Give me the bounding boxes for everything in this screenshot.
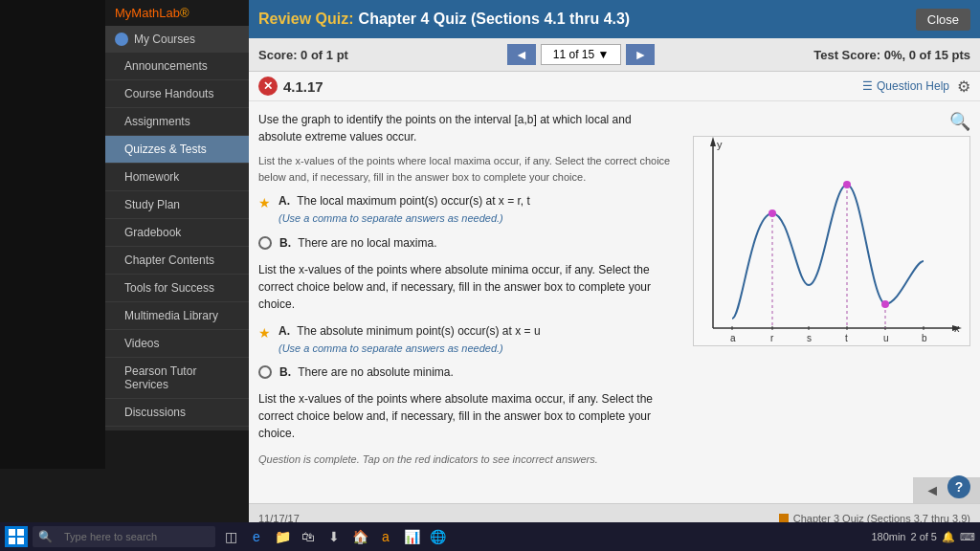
question-description: Use the graph to identify the points on … bbox=[258, 111, 674, 145]
svg-rect-27 bbox=[17, 538, 24, 544]
sidebar-item-pearson-tutor[interactable]: Pearson Tutor Services bbox=[105, 358, 249, 399]
logo-text: MyMathLab bbox=[115, 6, 180, 20]
taskbar-search-input[interactable] bbox=[56, 528, 210, 545]
question-number: ✕ 4.1.17 bbox=[258, 77, 323, 96]
instruction3: List the x-values of the points where ab… bbox=[258, 390, 674, 442]
sidebar: MyMathLab® My Courses Announcements Cour… bbox=[105, 0, 249, 430]
option-a-content: A. The local maximum point(s) occur(s) a… bbox=[278, 192, 530, 227]
close-button[interactable]: Close bbox=[916, 9, 970, 31]
logo-suffix: ® bbox=[180, 6, 189, 20]
option-a-text: A. The local maximum point(s) occur(s) a… bbox=[278, 192, 530, 209]
test-score-text: Test Score: 0%, 0 of 15 pts bbox=[813, 48, 970, 62]
left-border bbox=[0, 0, 105, 469]
option-b-text: B. There are no local maxima. bbox=[279, 234, 437, 252]
sidebar-item-announcements[interactable]: Announcements bbox=[105, 53, 249, 80]
taskbar-right: 180min 2 of 5 🔔 ⌨ bbox=[871, 531, 975, 543]
question-header: ✕ 4.1.17 ☰ Question Help ⚙ bbox=[249, 72, 980, 101]
complete-message: Question is complete. Tap on the red ind… bbox=[258, 452, 674, 468]
search-area: 🔍 bbox=[33, 526, 215, 547]
option-b: B. There are no local maxima. bbox=[258, 234, 674, 252]
sidebar-item-homework[interactable]: Homework bbox=[105, 164, 249, 191]
sidebar-item-tools-for-success[interactable]: Tools for Success bbox=[105, 275, 249, 302]
question-instruction: List the x-values of the points where lo… bbox=[258, 153, 674, 185]
question-left-panel: Use the graph to identify the points on … bbox=[249, 101, 683, 495]
option-a: ★ A. The local maximum point(s) occur(s)… bbox=[258, 192, 674, 227]
taskbar-icon-8[interactable]: 🌐 bbox=[427, 526, 448, 547]
radio-c[interactable]: A. bbox=[278, 324, 290, 338]
svg-text:s: s bbox=[807, 333, 812, 343]
taskbar-icon-7[interactable]: 📊 bbox=[401, 526, 422, 547]
nav-controls: ◄ 11 of 15 ▼ ► bbox=[507, 44, 655, 65]
svg-text:b: b bbox=[922, 333, 927, 343]
sidebar-item-gradebook[interactable]: Gradebook bbox=[105, 219, 249, 247]
option-c: ★ A. The absolute minimum point(s) occur… bbox=[258, 322, 674, 357]
option-d: B. There are no absolute minima. bbox=[258, 364, 674, 381]
svg-point-22 bbox=[843, 181, 851, 188]
svg-text:r: r bbox=[770, 333, 774, 343]
sidebar-item-quizzes-tests[interactable]: Quizzes & Tests bbox=[105, 136, 249, 164]
taskbar-icon-store[interactable]: 🛍 bbox=[298, 526, 319, 547]
gear-button[interactable]: ⚙ bbox=[957, 77, 970, 96]
nav-prev-button[interactable]: ◄ bbox=[507, 44, 536, 65]
svg-text:a: a bbox=[730, 333, 736, 343]
question-help-button[interactable]: ☰ Question Help bbox=[862, 79, 949, 93]
help-bubble-button[interactable]: ? bbox=[947, 475, 970, 498]
sidebar-my-courses[interactable]: My Courses bbox=[105, 26, 249, 53]
svg-marker-3 bbox=[710, 137, 716, 146]
instruction2: List the x-values of the points where ab… bbox=[258, 261, 674, 313]
svg-text:y: y bbox=[717, 139, 723, 150]
taskbar-icon-amazon[interactable]: a bbox=[375, 526, 396, 547]
windows-logo-icon bbox=[9, 529, 24, 544]
taskbar-icon-files[interactable]: 📁 bbox=[272, 526, 293, 547]
svg-rect-24 bbox=[9, 529, 15, 536]
option-c-text: A. The absolute minimum point(s) occur(s… bbox=[278, 322, 541, 340]
taskbar-icon-edge[interactable]: e bbox=[246, 526, 267, 547]
option-a-sub: (Use a comma to separate answers as need… bbox=[278, 210, 530, 227]
score-bar: Score: 0 of 1 pt ◄ 11 of 15 ▼ ► Test Sco… bbox=[249, 38, 980, 72]
star-icon-a: ★ bbox=[258, 193, 271, 213]
start-button[interactable] bbox=[5, 526, 28, 547]
sidebar-item-multimedia-library[interactable]: Multimedia Library bbox=[105, 302, 249, 330]
my-courses-label: My Courses bbox=[134, 33, 195, 46]
radio-a[interactable]: A. bbox=[278, 194, 290, 208]
sidebar-item-videos[interactable]: Videos bbox=[105, 330, 249, 358]
nav-page-indicator[interactable]: 11 of 15 ▼ bbox=[541, 44, 622, 65]
radio-d[interactable] bbox=[258, 365, 272, 379]
taskbar-page-info: 2 of 5 bbox=[910, 531, 937, 542]
list-icon: ☰ bbox=[862, 79, 873, 93]
question-right-panel: 🔍 y x a r s t u b bbox=[683, 101, 980, 495]
sidebar-item-discussions[interactable]: Discussions bbox=[105, 399, 249, 427]
search-icon: 🔍 bbox=[38, 530, 53, 543]
question-body: Use the graph to identify the points on … bbox=[249, 101, 980, 495]
question-help-area: ☰ Question Help ⚙ bbox=[862, 77, 970, 96]
bottom-prev-button[interactable]: ◄ bbox=[919, 480, 946, 501]
svg-rect-25 bbox=[17, 529, 24, 536]
option-c-content: A. The absolute minimum point(s) occur(s… bbox=[278, 322, 541, 357]
sidebar-item-course-handouts[interactable]: Course Handouts bbox=[105, 80, 249, 108]
question-help-label: Question Help bbox=[877, 79, 949, 93]
taskbar-time: 180min bbox=[871, 531, 905, 542]
taskbar-icon-6[interactable]: 🏠 bbox=[349, 526, 370, 547]
star-icon-c: ★ bbox=[258, 323, 271, 343]
sidebar-item-assignments[interactable]: Assignments bbox=[105, 108, 249, 136]
zoom-icon[interactable]: 🔍 bbox=[949, 112, 970, 131]
radio-b[interactable] bbox=[258, 236, 272, 250]
taskbar: 🔍 ◫ e 📁 🛍 ⬇ 🏠 a 📊 🌐 180min 2 of 5 🔔 ⌨ bbox=[0, 522, 980, 551]
taskbar-icon-1[interactable]: ◫ bbox=[220, 526, 241, 547]
svg-text:x: x bbox=[954, 322, 960, 334]
nav-next-button[interactable]: ► bbox=[626, 44, 655, 65]
content-area: ✕ 4.1.17 ☰ Question Help ⚙ Use the graph… bbox=[249, 72, 980, 503]
taskbar-icon-5[interactable]: ⬇ bbox=[323, 526, 345, 547]
option-d-text: B. There are no absolute minima. bbox=[279, 364, 454, 381]
svg-text:u: u bbox=[883, 333, 889, 343]
sidebar-item-study-plan[interactable]: Study Plan bbox=[105, 191, 249, 219]
svg-rect-26 bbox=[9, 538, 15, 544]
option-c-sub: (Use a comma to separate answers as need… bbox=[278, 341, 541, 357]
svg-point-23 bbox=[881, 300, 889, 308]
header-review-label: Review Quiz: bbox=[258, 11, 354, 28]
main-header: Review Quiz: Chapter 4 Quiz (Sections 4.… bbox=[249, 0, 980, 38]
sidebar-item-chapter-contents[interactable]: Chapter Contents bbox=[105, 247, 249, 275]
bottom-nav: ◄ ► bbox=[913, 477, 980, 503]
graph-svg: y x a r s t u b bbox=[693, 136, 970, 346]
svg-point-21 bbox=[768, 209, 776, 217]
